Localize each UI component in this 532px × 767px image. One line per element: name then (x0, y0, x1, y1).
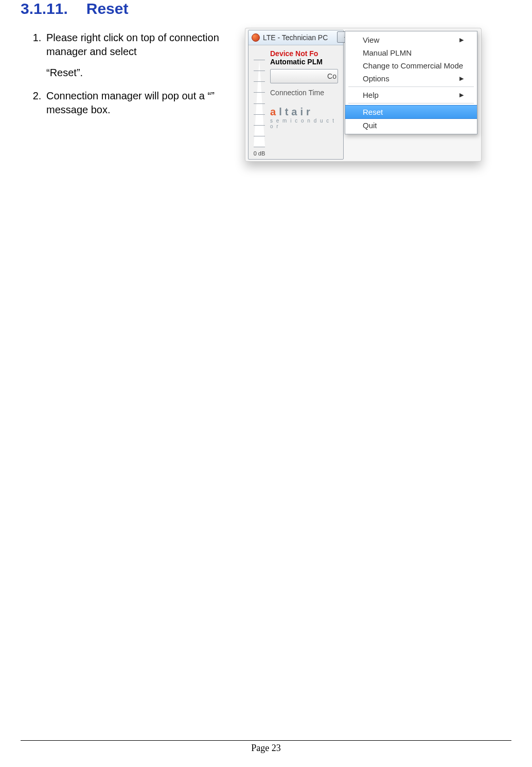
menu-item-manual-plmn[interactable]: Manual PLMN (345, 46, 477, 59)
page-number: Page 23 (251, 743, 281, 753)
menu-separator (348, 103, 474, 103)
menu-item-label: Manual PLMN (363, 48, 412, 57)
signal-value: 0 dB (254, 150, 265, 156)
brand-subtext: s e m i c o n d u c t o r (270, 118, 340, 129)
menu-item-change-mode[interactable]: Change to Commercial Mode (345, 59, 477, 72)
instruction-list: Please right click on top of connection … (21, 31, 242, 117)
signal-meter-icon (254, 60, 265, 147)
menu-item-label: Options (363, 74, 389, 83)
app-window: LTE - Technician PC – □ × (248, 30, 344, 160)
step-2-text: Connection manager will pop out a “” mes… (46, 90, 215, 115)
section-heading: 3.1.11.Reset (21, 0, 511, 18)
step-1-sub: “Reset”. (46, 66, 242, 80)
step-1: Please right click on top of connection … (44, 31, 242, 80)
menu-item-label: Change to Commercial Mode (363, 61, 463, 70)
submenu-arrow-icon: ▶ (459, 37, 464, 43)
device-not-found-label: Device Not Fo (270, 49, 340, 58)
automatic-plmn-label: Automatic PLM (270, 58, 340, 66)
step-2: Connection manager will pop out a “” mes… (44, 89, 242, 117)
menu-item-reset[interactable]: Reset (345, 105, 477, 119)
window-title: LTE - Technician PC (263, 33, 328, 42)
menu-item-label: Quit (363, 121, 377, 130)
submenu-arrow-icon: ▶ (459, 75, 464, 82)
minimize-button[interactable]: – (337, 31, 343, 43)
connection-time-label: Connection Time (270, 89, 340, 97)
connect-button[interactable]: Co (270, 69, 338, 83)
submenu-arrow-icon: ▶ (459, 92, 464, 98)
context-menu: View ▶ Manual PLMN Change to Commercial … (345, 31, 477, 134)
menu-item-view[interactable]: View ▶ (345, 33, 477, 46)
menu-item-options[interactable]: Options ▶ (345, 72, 477, 85)
brand-logo: altair s e m i c o n d u c t o r (270, 106, 340, 129)
window-controls: – □ × (337, 31, 343, 43)
menu-item-quit[interactable]: Quit (345, 119, 477, 132)
menu-item-help[interactable]: Help ▶ (345, 89, 477, 101)
menu-item-label: View (363, 36, 379, 44)
app-icon (252, 33, 260, 42)
menu-item-label: Help (363, 91, 379, 99)
page-footer: Page 23 (21, 740, 511, 754)
window-titlebar[interactable]: LTE - Technician PC – □ × (249, 30, 343, 45)
screenshot-figure: LTE - Technician PC – □ × (245, 28, 482, 162)
heading-number: 3.1.11. (21, 0, 68, 17)
heading-title: Reset (86, 0, 129, 17)
connect-button-label: Co (327, 72, 336, 80)
menu-separator (348, 86, 474, 87)
step-1-text: Please right click on top of connection … (46, 32, 219, 57)
menu-item-label: Reset (363, 108, 383, 116)
signal-column: 0 dB (252, 49, 267, 156)
